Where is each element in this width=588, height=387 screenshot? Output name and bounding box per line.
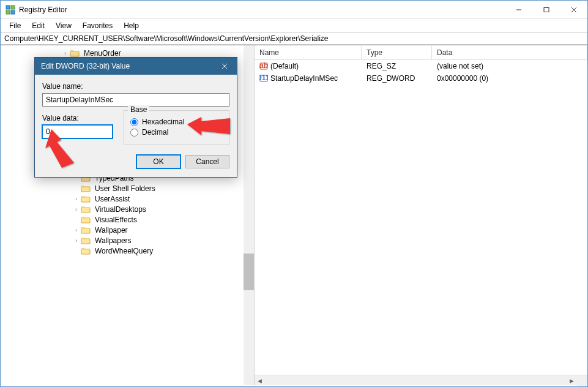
tree-label: Wallpaper [93, 225, 130, 235]
dialog-titlebar[interactable]: Edit DWORD (32-bit) Value [35, 58, 237, 75]
window-title: Registry Editor [19, 6, 505, 14]
expand-icon[interactable]: › [73, 206, 80, 212]
titlebar: Registry Editor [1, 1, 587, 19]
window-buttons [505, 1, 587, 18]
registry-editor-window: Registry Editor File Edit View Favorites… [0, 0, 588, 387]
value-type-cell: REG_SZ [362, 61, 432, 72]
value-data-cell: (value not set) [432, 61, 587, 72]
expand-spacer [73, 247, 80, 254]
value-row[interactable]: ab(Default)REG_SZ(value not set) [255, 60, 587, 72]
radio-hex-input[interactable] [130, 118, 138, 126]
value-data-input[interactable] [42, 125, 113, 138]
radio-decimal[interactable]: Decimal [130, 128, 223, 137]
menu-favorites[interactable]: Favorites [78, 20, 117, 31]
list-hscrollbar[interactable]: ◀ ▶ [255, 375, 587, 385]
minimize-button[interactable] [505, 1, 532, 18]
tree-scroll-thumb[interactable] [244, 254, 254, 290]
tree-item-userassist[interactable]: ›UserAssist [1, 194, 254, 204]
list-pane: Name Type Data ab(Default)REG_SZ(value n… [255, 45, 587, 385]
tree-item-wallpapers[interactable]: ›Wallpapers [1, 235, 254, 246]
dialog-buttons: OK Cancel [42, 155, 229, 168]
tree-item-wallpaper[interactable]: ›Wallpaper [1, 225, 254, 235]
value-name-cell: ab(Default) [255, 61, 362, 72]
dialog-body: Value name: Value data: Base Hexadecimal [35, 75, 237, 177]
col-header-name[interactable]: Name [255, 46, 362, 59]
base-legend: Base [128, 105, 149, 114]
cancel-button[interactable]: Cancel [185, 155, 229, 168]
radio-dec-input[interactable] [130, 129, 138, 137]
svg-text:ab: ab [259, 62, 268, 70]
edit-dword-dialog: Edit DWORD (32-bit) Value Value name: Va… [34, 57, 237, 178]
col-header-type[interactable]: Type [362, 46, 432, 59]
tree-label: UserAssist [93, 194, 132, 204]
tree-item-virtualdesktops[interactable]: ›VirtualDesktops [1, 204, 254, 214]
menubar: File Edit View Favorites Help [1, 19, 587, 32]
svg-rect-2 [6, 10, 10, 14]
value-name-label: Value name: [42, 82, 229, 91]
value-row[interactable]: 011StartupDelayInMSecREG_DWORD0x00000000… [255, 72, 587, 85]
expand-icon[interactable]: › [73, 237, 80, 244]
scroll-corner [577, 375, 587, 386]
tree-item-user-shell-folders[interactable]: User Shell Folders [1, 183, 254, 194]
svg-text:011: 011 [259, 74, 268, 82]
tree-label: Wallpapers [93, 236, 133, 246]
col-header-data[interactable]: Data [432, 46, 587, 59]
radio-hex-label: Hexadecimal [142, 118, 184, 126]
value-type-cell: REG_DWORD [362, 73, 432, 84]
menu-file[interactable]: File [4, 20, 26, 31]
dialog-title: Edit DWORD (32-bit) Value [41, 62, 212, 70]
list-header: Name Type Data [255, 45, 587, 60]
svg-rect-1 [11, 6, 15, 9]
base-fieldset: Base Hexadecimal Decimal [124, 110, 229, 145]
tree-scrollbar[interactable] [244, 45, 254, 385]
expand-icon[interactable]: › [73, 227, 80, 233]
tree-label: VisualEffects [93, 215, 139, 225]
list-body: ab(Default)REG_SZ(value not set)011Start… [255, 60, 587, 375]
scroll-left-icon[interactable]: ◀ [255, 375, 265, 386]
expand-spacer [73, 185, 80, 192]
tree-label: WordWheelQuery [93, 246, 155, 256]
value-name-input[interactable] [42, 93, 229, 107]
value-data-cell: 0x00000000 (0) [432, 73, 587, 84]
expand-icon[interactable]: › [62, 50, 69, 56]
radio-hexadecimal[interactable]: Hexadecimal [130, 118, 223, 126]
menu-help[interactable]: Help [119, 20, 144, 31]
svg-rect-5 [544, 7, 549, 12]
tree-label: VirtualDesktops [93, 205, 148, 214]
address-bar[interactable]: Computer\HKEY_CURRENT_USER\Software\Micr… [1, 32, 587, 45]
dialog-close-button[interactable] [212, 58, 237, 75]
maximize-button[interactable] [532, 1, 560, 18]
expand-icon[interactable]: › [73, 195, 80, 202]
tree-label: User Shell Folders [93, 184, 157, 194]
value-data-label: Value data: [42, 114, 113, 122]
menu-edit[interactable]: Edit [27, 20, 50, 31]
regedit-icon [6, 5, 15, 15]
value-name-cell: 011StartupDelayInMSec [255, 73, 362, 84]
radio-dec-label: Decimal [142, 128, 168, 137]
svg-rect-3 [11, 10, 15, 14]
menu-view[interactable]: View [51, 20, 76, 31]
tree-item-wordwheelquery[interactable]: WordWheelQuery [1, 246, 254, 256]
scroll-right-icon[interactable]: ▶ [567, 375, 577, 386]
tree-item-visualeffects[interactable]: VisualEffects [1, 214, 254, 225]
svg-rect-0 [6, 6, 10, 9]
ok-button[interactable]: OK [136, 155, 180, 168]
expand-spacer [73, 216, 80, 223]
close-button[interactable] [560, 1, 587, 18]
